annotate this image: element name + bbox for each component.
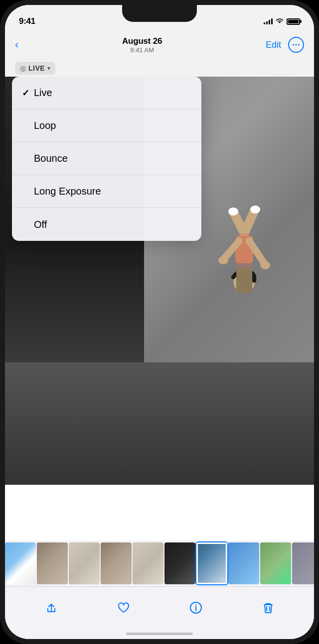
dropdown-item-live[interactable]: ✓ Live — [12, 77, 201, 109]
loop-option-label: Loop — [34, 120, 56, 131]
live-dropdown-menu: ✓ Live Loop Bounce Long Exposure Off — [12, 77, 201, 241]
svg-point-1 — [293, 44, 294, 46]
edit-button[interactable]: Edit — [266, 40, 281, 50]
like-button[interactable] — [111, 595, 136, 620]
screen: 9:41 ‹ — [5, 5, 314, 639]
film-strip — [5, 540, 314, 586]
nav-back-button[interactable]: ‹ — [15, 40, 18, 50]
nav-title: August 26 — [122, 36, 162, 46]
film-thumb[interactable] — [101, 542, 132, 584]
svg-point-0 — [296, 44, 297, 46]
action-bar — [5, 586, 314, 628]
film-thumb[interactable] — [37, 542, 68, 584]
svg-point-2 — [298, 44, 300, 46]
live-label: LIVE — [28, 64, 45, 72]
home-indicator — [5, 628, 314, 639]
live-badge-button[interactable]: ◎ LIVE ▾ — [15, 62, 55, 75]
phone-frame: 9:41 ‹ — [0, 0, 319, 644]
svg-point-12 — [260, 261, 270, 269]
film-thumb[interactable] — [5, 542, 36, 584]
more-button[interactable] — [288, 37, 304, 53]
battery-icon — [287, 18, 300, 25]
wifi-icon — [276, 18, 284, 25]
signal-bars-icon — [264, 18, 273, 24]
nav-actions: Edit — [266, 37, 304, 53]
film-thumb[interactable] — [260, 542, 291, 584]
dropdown-item-long-exposure[interactable]: Long Exposure — [12, 175, 201, 208]
live-option-label: Live — [34, 87, 52, 99]
svg-point-6 — [250, 206, 260, 214]
back-chevron-icon: ‹ — [15, 39, 18, 50]
svg-rect-14 — [236, 268, 252, 293]
live-target-icon: ◎ — [20, 64, 26, 72]
svg-point-11 — [218, 256, 228, 264]
dropdown-item-bounce[interactable]: Bounce — [12, 142, 201, 175]
bottom-strip — [5, 540, 314, 639]
film-thumb[interactable] — [164, 542, 195, 584]
bounce-option-label: Bounce — [34, 153, 68, 164]
dropdown-item-loop[interactable]: Loop — [12, 109, 201, 142]
svg-point-18 — [195, 604, 196, 605]
nav-bar: ‹ August 26 9:41 AM Edit — [5, 32, 314, 58]
film-thumb[interactable] — [69, 542, 100, 584]
nav-title-group: August 26 9:41 AM — [122, 36, 162, 54]
notch — [122, 5, 197, 22]
share-button[interactable] — [39, 595, 64, 620]
info-button[interactable] — [183, 595, 208, 620]
home-bar — [126, 633, 193, 635]
film-thumb-active[interactable] — [196, 542, 227, 584]
live-badge-area: ◎ LIVE ▾ — [5, 58, 314, 77]
long-exposure-option-label: Long Exposure — [34, 186, 101, 197]
film-thumb[interactable] — [228, 542, 259, 584]
nav-subtitle: 9:41 AM — [122, 46, 162, 54]
off-option-label: Off — [34, 219, 47, 230]
film-thumb[interactable] — [133, 542, 163, 584]
live-chevron-icon: ▾ — [47, 65, 50, 72]
delete-button[interactable] — [256, 595, 281, 620]
svg-point-5 — [228, 208, 238, 215]
checkmark-icon: ✓ — [22, 88, 29, 99]
film-thumb[interactable] — [292, 542, 314, 584]
status-icons — [264, 18, 300, 25]
dropdown-item-off[interactable]: Off — [12, 208, 201, 241]
svg-line-4 — [244, 211, 254, 233]
photo-area: ✓ Live Loop Bounce Long Exposure Off — [5, 77, 314, 485]
status-time: 9:41 — [19, 16, 35, 26]
person-silhouette — [199, 204, 289, 383]
